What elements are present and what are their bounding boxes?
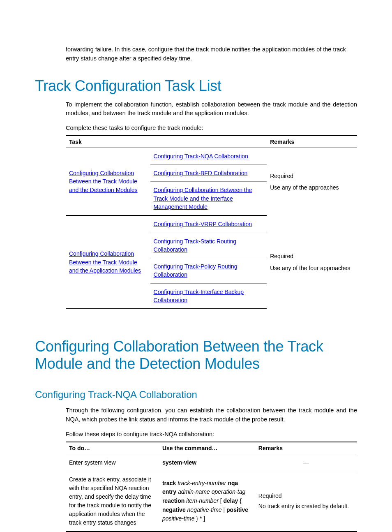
command-col-header: Use the command… (159, 442, 255, 454)
link-track-static-routing[interactable]: Configuring Track-Static Routing Collabo… (154, 238, 237, 253)
heading-task-list: Track Configuration Task List (35, 77, 357, 95)
link-detection-modules[interactable]: Configuring Collaboration Between the Tr… (69, 170, 138, 193)
cmd-system-view: system-view (162, 459, 196, 466)
cmd-track-nqa: track track-entry-number nqa entry admin… (159, 471, 255, 532)
task-list-intro-1: To implement the collaboration function,… (66, 100, 357, 118)
task-table: Task Remarks Configuring Collaboration B… (66, 135, 357, 310)
task-col-header: Task (66, 136, 150, 148)
nqa-steps-table: To do… Use the command… Remarks Enter sy… (66, 442, 357, 532)
heading-collab-detection: Configuring Collaboration Between the Tr… (35, 338, 357, 372)
remarks-any-approach: Use any of the approaches (270, 183, 354, 192)
task-col-spacer (150, 136, 267, 148)
task-list-intro-2: Complete these tasks to configure the tr… (66, 124, 357, 133)
link-track-policy-routing[interactable]: Configuring Track-Policy Routing Collabo… (154, 263, 238, 278)
nqa-intro-1: Through the following configuration, you… (66, 406, 357, 424)
heading-track-nqa: Configuring Track-NQA Collaboration (35, 389, 357, 400)
link-track-interface-backup[interactable]: Configuring Track-Interface Backup Colla… (154, 289, 244, 303)
link-application-modules[interactable]: Configuring Collaboration Between the Tr… (69, 250, 141, 274)
intro-paragraph: forwarding failure. In this case, config… (66, 45, 357, 63)
remarks-col-header: Remarks (267, 136, 357, 148)
remarks-col-header-2: Remarks (255, 442, 357, 454)
todo-col-header: To do… (66, 442, 159, 454)
nqa-intro-2: Follow these steps to configure track-NQ… (66, 430, 357, 439)
remarks-no-track-default: No track entry is created by default. (258, 502, 354, 511)
link-track-nqa[interactable]: Configuring Track-NQA Collaboration (154, 153, 248, 160)
remarks-required-2: Required (270, 252, 354, 261)
remarks-dash: — (255, 454, 357, 471)
step-enter-system-view: Enter system view (66, 454, 159, 471)
remarks-required-3: Required (258, 492, 354, 500)
step-create-track-entry: Create a track entry, associate it with … (66, 471, 159, 532)
link-track-vrrp[interactable]: Configuring Track-VRRP Collaboration (154, 221, 252, 227)
link-track-bfd[interactable]: Configuring Track-BFD Collaboration (154, 170, 248, 176)
link-track-interface-mgmt[interactable]: Configuring Collaboration Between the Tr… (154, 187, 252, 210)
remarks-required-1: Required (270, 171, 354, 180)
remarks-any-four: Use any of the four approaches (270, 264, 354, 273)
